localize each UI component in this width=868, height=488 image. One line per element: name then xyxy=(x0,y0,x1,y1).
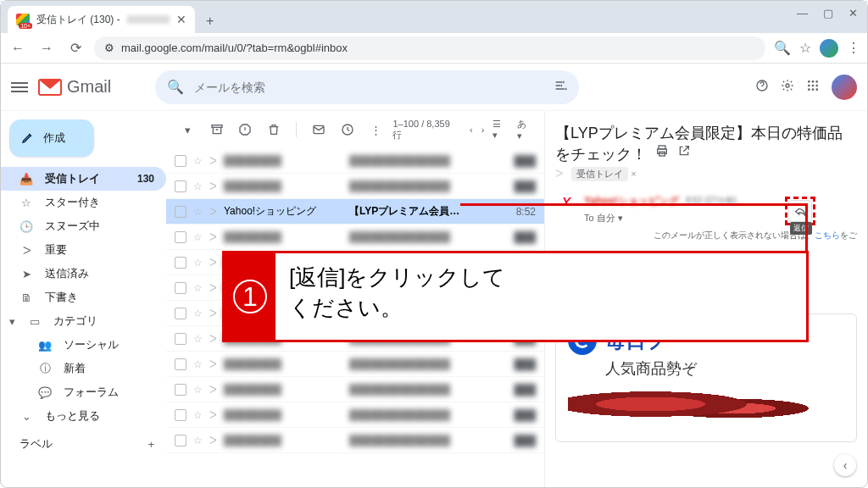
message-row[interactable]: ☆ᐳ█████████████████████████ xyxy=(166,402,544,428)
star-icon: ☆ xyxy=(19,197,33,209)
svg-point-9 xyxy=(812,88,815,91)
sidebar-item-drafts[interactable]: 🗎 下書き xyxy=(1,286,166,309)
site-info-icon[interactable]: ⚙ xyxy=(104,42,114,54)
tab-strip: 10+ 受信トレイ (130) - ✕ + xyxy=(1,1,867,33)
help-icon[interactable] xyxy=(755,79,769,96)
search-options-icon[interactable] xyxy=(554,79,567,96)
info-icon: ⓘ xyxy=(38,361,52,376)
gmail-logo[interactable]: Gmail xyxy=(38,77,111,97)
svg-point-8 xyxy=(808,88,810,91)
clock-icon: 🕒 xyxy=(19,220,33,233)
print-icon[interactable] xyxy=(655,144,669,160)
search-icon: 🔍 xyxy=(167,79,184,95)
next-page-button[interactable]: › xyxy=(481,125,485,135)
select-all-checkbox[interactable]: ▾ xyxy=(176,118,200,141)
open-new-icon[interactable] xyxy=(677,144,691,160)
message-row[interactable]: ☆ᐳ█████████████████████████ xyxy=(166,352,544,377)
svg-point-10 xyxy=(815,88,818,91)
message-row[interactable]: ☆ᐳ█████████████████████████ xyxy=(166,148,544,174)
url-text: mail.google.com/mail/u/0/?tab=rm&ogbl#in… xyxy=(121,42,348,54)
pencil-icon xyxy=(21,130,35,147)
list-toolbar: ▾ ⋮ 1–100 / 8,359 行 ‹ › ☰ ▾ xyxy=(166,111,544,148)
sidebar-item-important[interactable]: ᐳ 重要 xyxy=(1,238,166,262)
address-bar: ← → ⟳ ⚙ mail.google.com/mail/u/0/?tab=rm… xyxy=(1,33,867,64)
settings-icon[interactable] xyxy=(781,79,794,96)
split-pane-button[interactable]: ☰ ▾ xyxy=(492,119,509,141)
compose-button[interactable]: 作成 xyxy=(9,119,94,157)
apps-icon[interactable] xyxy=(806,79,820,96)
snooze-button[interactable] xyxy=(336,118,359,141)
gmail-favicon-icon: 10+ xyxy=(16,14,30,25)
svg-point-2 xyxy=(808,80,810,83)
svg-point-3 xyxy=(812,80,815,83)
important-icon[interactable]: ᐳ xyxy=(209,206,217,218)
sidebar-item-inbox[interactable]: 📥 受信トレイ 130 xyxy=(1,167,166,191)
add-label-button[interactable]: + xyxy=(147,438,154,451)
search-icon[interactable]: 🔍 xyxy=(774,40,791,56)
inbox-icon: 📥 xyxy=(19,173,33,186)
svg-point-5 xyxy=(808,84,810,86)
sidebar: 作成 📥 受信トレイ 130 ☆ スター付き 🕒 スヌーズ中 ᐳ 重要 xyxy=(1,111,166,487)
row-checkbox[interactable] xyxy=(175,206,186,218)
message-row[interactable]: ☆ᐳ█████████████████████████ xyxy=(166,377,544,402)
sidebar-item-more[interactable]: ⌄ もっと見る xyxy=(1,404,166,428)
sidebar-item-snoozed[interactable]: 🕒 スヌーズ中 xyxy=(1,214,166,238)
minimize-icon[interactable]: — xyxy=(797,7,808,19)
annotation-connector xyxy=(460,203,808,252)
svg-point-4 xyxy=(815,80,818,83)
gmail-header: Gmail 🔍 xyxy=(1,64,867,111)
delete-button[interactable] xyxy=(262,118,286,141)
annotation-callout: 1 [返信]をクリックして ください。 xyxy=(222,251,809,342)
browser-menu-icon[interactable]: ⋮ xyxy=(847,40,860,56)
report-spam-button[interactable] xyxy=(234,118,258,141)
message-subject: 【LYPプレミアム会員限定】本日の特価品をチェック！ xyxy=(555,125,843,163)
reload-button[interactable]: ⟳ xyxy=(65,38,86,58)
people-icon: 👥 xyxy=(38,339,52,352)
bookmark-icon[interactable]: ☆ xyxy=(799,40,811,56)
display-warning-link[interactable]: こちら xyxy=(815,230,840,240)
callout-number: 1 xyxy=(225,253,275,340)
inbox-label[interactable]: 受信トレイ xyxy=(571,167,628,181)
chevron-icon: ᐳ xyxy=(19,244,33,257)
archive-button[interactable] xyxy=(205,118,229,141)
sidebar-item-social[interactable]: 👥 ソーシャル xyxy=(1,333,166,357)
tab-close-icon[interactable]: ✕ xyxy=(176,13,186,26)
side-panel-toggle[interactable]: ‹ xyxy=(834,454,856,476)
sidebar-item-starred[interactable]: ☆ スター付き xyxy=(1,191,166,214)
search-box[interactable]: 🔍 xyxy=(155,70,579,104)
sidebar-item-updates[interactable]: ⓘ 新着 xyxy=(1,357,166,380)
profile-avatar[interactable] xyxy=(820,39,838,58)
gmail-m-icon xyxy=(38,79,62,96)
sender: Yahoo!ショッピング xyxy=(224,204,342,219)
input-tools-button[interactable]: あ ▾ xyxy=(517,118,534,141)
message-row[interactable]: ☆ᐳ█████████████████████████ xyxy=(166,428,544,453)
new-tab-button[interactable]: + xyxy=(198,9,222,33)
account-avatar[interactable] xyxy=(832,75,857,100)
main-menu-icon[interactable] xyxy=(11,82,28,92)
svg-point-7 xyxy=(815,84,818,86)
more-actions-button[interactable]: ⋮ xyxy=(364,118,388,141)
url-box[interactable]: ⚙ mail.google.com/mail/u/0/?tab=rm&ogbl#… xyxy=(94,36,765,60)
search-input[interactable] xyxy=(194,80,543,94)
chat-icon: 💬 xyxy=(38,386,52,399)
sidebar-item-sent[interactable]: ➤ 送信済み xyxy=(1,262,166,286)
message-row[interactable]: ☆ᐳ█████████████████████████ xyxy=(166,174,544,199)
tab-title: 受信トレイ (130) - xyxy=(36,13,120,27)
window-controls: — ▢ ✕ xyxy=(797,7,858,19)
mark-unread-button[interactable] xyxy=(307,118,331,141)
svg-rect-11 xyxy=(212,125,222,128)
sidebar-item-categories[interactable]: ▾ ▭ カテゴリ xyxy=(1,309,166,333)
browser-tab[interactable]: 10+ 受信トレイ (130) - ✕ xyxy=(8,6,195,33)
tab-title-blur xyxy=(127,15,170,24)
prev-page-button[interactable]: ‹ xyxy=(470,125,473,135)
star-icon[interactable]: ☆ xyxy=(193,206,203,218)
category-icon: ▭ xyxy=(28,315,42,328)
important-marker-icon[interactable]: ᐳ xyxy=(555,167,563,180)
back-button[interactable]: ← xyxy=(8,38,28,58)
sidebar-item-forums[interactable]: 💬 フォーラム xyxy=(1,380,166,404)
maximize-icon[interactable]: ▢ xyxy=(823,7,833,19)
forward-button[interactable]: → xyxy=(36,38,57,58)
close-window-icon[interactable]: ✕ xyxy=(849,7,858,19)
caret-down-icon: ▾ xyxy=(8,315,16,328)
svg-point-1 xyxy=(786,84,789,87)
